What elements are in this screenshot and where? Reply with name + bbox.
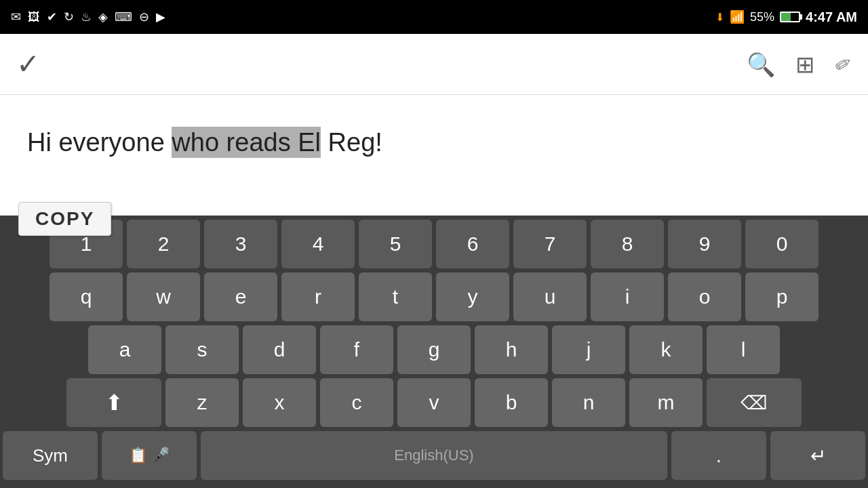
- status-icons-left: ✉ 🖼 ✔ ↻ ♨ ◈ ⌨ ⊖ ▶: [11, 9, 165, 24]
- key-s[interactable]: s: [165, 325, 239, 374]
- key-5[interactable]: 5: [359, 220, 432, 268]
- backspace-key[interactable]: ⌫: [707, 378, 802, 427]
- key-c[interactable]: c: [320, 378, 393, 427]
- signal-icon: 📶: [730, 9, 745, 24]
- image-icon: 🖼: [28, 10, 40, 24]
- key-x[interactable]: x: [243, 378, 316, 427]
- battery-icon: [780, 12, 800, 22]
- bottom-row: Sym 📋 🎤 English(US) . ↵: [3, 431, 865, 480]
- enter-key[interactable]: ↵: [770, 431, 865, 480]
- key-n[interactable]: n: [552, 378, 625, 427]
- key-3[interactable]: 3: [204, 220, 277, 268]
- key-l[interactable]: l: [707, 325, 780, 374]
- status-time: 4:47 AM: [806, 9, 857, 25]
- copy-popup[interactable]: COPY: [18, 202, 111, 236]
- download-icon: ⬇: [715, 11, 724, 24]
- key-a[interactable]: a: [88, 325, 161, 374]
- key-f[interactable]: f: [320, 325, 393, 374]
- key-h[interactable]: h: [475, 325, 548, 374]
- key-0[interactable]: 0: [745, 220, 818, 268]
- check-circle-icon: ✔: [47, 9, 57, 24]
- battery-percent: 55%: [750, 10, 774, 24]
- key-z[interactable]: z: [165, 378, 239, 427]
- action-bar: ✓ 🔍 ⊞ ✏: [0, 34, 868, 95]
- play-icon: ▶: [156, 9, 165, 24]
- edit-button[interactable]: ✏: [830, 49, 856, 79]
- space-key[interactable]: English(US): [201, 431, 667, 480]
- confirm-button[interactable]: ✓: [16, 47, 40, 81]
- period-key[interactable]: .: [671, 431, 766, 480]
- refresh-icon: ↻: [64, 9, 74, 24]
- key-d[interactable]: d: [243, 325, 316, 374]
- search-button[interactable]: 🔍: [747, 51, 775, 78]
- key-o[interactable]: o: [668, 272, 741, 321]
- key-y[interactable]: y: [436, 272, 509, 321]
- key-r[interactable]: r: [281, 272, 355, 321]
- key-8[interactable]: 8: [591, 220, 664, 268]
- key-k[interactable]: k: [629, 325, 703, 374]
- qwerty-row: q w e r t y u i o p: [3, 272, 865, 321]
- key-4[interactable]: 4: [281, 220, 355, 268]
- sym-key[interactable]: Sym: [3, 431, 98, 480]
- key-i[interactable]: i: [591, 272, 664, 321]
- key-7[interactable]: 7: [513, 220, 587, 268]
- steam-icon: ♨: [81, 9, 92, 24]
- shift-key[interactable]: ⬆: [66, 378, 161, 427]
- key-g[interactable]: g: [397, 325, 471, 374]
- number-row: 1 2 3 4 5 6 7 8 9 0: [3, 220, 865, 268]
- text-body: Hi everyone who reads El Reg!: [27, 115, 841, 163]
- key-b[interactable]: b: [475, 378, 548, 427]
- action-bar-left: ✓: [16, 47, 40, 81]
- key-v[interactable]: v: [397, 378, 471, 427]
- key-m[interactable]: m: [629, 378, 703, 427]
- asdf-row: a s d f g h j k l: [3, 325, 865, 374]
- key-t[interactable]: t: [359, 272, 432, 321]
- enter-icon: ↵: [810, 445, 826, 467]
- key-e[interactable]: e: [204, 272, 277, 321]
- key-u[interactable]: u: [513, 272, 587, 321]
- key-6[interactable]: 6: [436, 220, 509, 268]
- text-after: Reg!: [321, 128, 382, 157]
- zxcv-row: ⬆ z x c v b n m ⌫: [3, 378, 865, 427]
- key-j[interactable]: j: [552, 325, 625, 374]
- key-9[interactable]: 9: [668, 220, 741, 268]
- emoji-key[interactable]: 📋 🎤: [102, 431, 197, 480]
- key-2[interactable]: 2: [127, 220, 200, 268]
- action-bar-right: 🔍 ⊞ ✏: [747, 51, 852, 78]
- keyboard: 1 2 3 4 5 6 7 8 9 0 q w e r t y u i o p …: [0, 216, 868, 488]
- keyboard-icon: ⌨: [115, 9, 132, 24]
- add-comment-button[interactable]: ⊞: [795, 51, 814, 78]
- text-before: Hi everyone: [27, 128, 172, 157]
- android-icon: ◈: [98, 9, 108, 24]
- shift-arrow-icon: ⬆: [105, 390, 123, 415]
- minus-circle-icon: ⊖: [139, 9, 149, 24]
- status-bar: ✉ 🖼 ✔ ↻ ♨ ◈ ⌨ ⊖ ▶ ⬇ 📶 55% 4:47 AM: [0, 0, 868, 34]
- key-w[interactable]: w: [127, 272, 200, 321]
- email-icon: ✉: [11, 9, 21, 24]
- text-selected: who reads El: [172, 127, 321, 158]
- status-icons-right: ⬇ 📶 55% 4:47 AM: [715, 9, 857, 25]
- key-p[interactable]: p: [745, 272, 818, 321]
- key-q[interactable]: q: [50, 272, 123, 321]
- backspace-icon: ⌫: [741, 392, 768, 414]
